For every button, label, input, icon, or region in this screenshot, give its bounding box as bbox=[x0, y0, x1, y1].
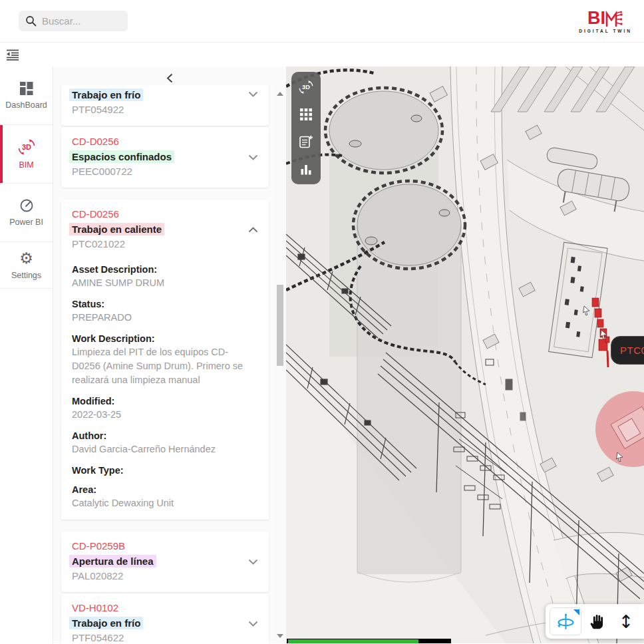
detail-value: PREPARADO bbox=[72, 311, 254, 325]
detail-value: AMINE SUMP DRUM bbox=[72, 276, 254, 290]
subbar bbox=[0, 43, 644, 67]
permit-type: Trabajo en caliente bbox=[69, 223, 164, 236]
brand-logo: BI DIGITAL T bbox=[579, 9, 632, 33]
logo-m-circuit-icon bbox=[605, 11, 623, 27]
search-input[interactable] bbox=[42, 15, 121, 27]
panel-collapse-icon[interactable] bbox=[162, 72, 177, 86]
permit-number: PTC021022 bbox=[72, 238, 258, 251]
detail-value: Limpieza del PIT de los equipos CD-D0256… bbox=[72, 345, 254, 387]
dashboard-grid-icon bbox=[19, 81, 34, 96]
indent-collapse-icon[interactable] bbox=[5, 48, 20, 61]
detail-value: David Garcia-Carreño Hernández bbox=[72, 442, 254, 456]
timeline-progress-bar[interactable] bbox=[287, 639, 451, 643]
sidebar-item-settings[interactable]: ⚙ Settings bbox=[0, 242, 53, 289]
detail-label: Asset Description: bbox=[72, 264, 254, 275]
orbit-tool-button[interactable] bbox=[550, 607, 581, 635]
asset-code: CD-D0256 bbox=[72, 208, 258, 221]
tooltip-permit-number: PTC021022 bbox=[620, 345, 644, 356]
logo-subtitle: DIGITAL TWIN bbox=[579, 29, 632, 33]
permit-type: Apertura de línea bbox=[69, 555, 156, 567]
viewer-toolbar: 3D bbox=[291, 72, 321, 184]
chevron-down-icon[interactable] bbox=[248, 557, 258, 567]
svg-text:3D: 3D bbox=[302, 84, 310, 90]
detail-value: Catalytic Dewaxing Unit bbox=[72, 496, 254, 510]
detail-label: Modified: bbox=[72, 396, 254, 406]
scrollbar-thumb[interactable] bbox=[277, 285, 283, 366]
bar-chart-icon[interactable] bbox=[299, 162, 313, 176]
detail-label: Status: bbox=[72, 299, 254, 309]
permit-type: Trabajo en frío bbox=[69, 617, 143, 629]
permit-type: Espacios confinados bbox=[69, 150, 174, 163]
permit-number: PTF054922 bbox=[72, 104, 258, 116]
permit-card[interactable]: CD-D0256 Espacios confinados PEEC000722 bbox=[61, 127, 269, 188]
chevron-down-icon[interactable] bbox=[248, 152, 258, 162]
chevron-up-icon[interactable] bbox=[248, 225, 258, 235]
sidebar-item-label: DashBoard bbox=[5, 100, 47, 110]
svg-text:3D: 3D bbox=[21, 143, 31, 151]
viewer-controls: ↕ bbox=[546, 604, 644, 639]
chevron-down-icon[interactable] bbox=[248, 89, 258, 99]
permit-number: PEEC000722 bbox=[72, 166, 258, 178]
detail-label: Area: bbox=[72, 484, 254, 495]
permit-card[interactable]: Trabajo en frío PTF054922 bbox=[61, 85, 269, 126]
sidebar-item-powerbi[interactable]: Power BI bbox=[0, 184, 53, 242]
permit-type: Trabajo en frío bbox=[69, 88, 143, 101]
permit-number: PAL020822 bbox=[72, 570, 258, 583]
permit-tooltip[interactable]: PTC021022 bbox=[611, 336, 644, 365]
search-icon bbox=[25, 15, 37, 27]
detail-value: 2022-03-25 bbox=[72, 408, 254, 422]
detail-label: Work Type: bbox=[72, 465, 254, 476]
permits-panel: Trabajo en frío PTF054922 CD-D0256 Espac… bbox=[53, 67, 286, 643]
sidebar-item-dashboard[interactable]: DashBoard bbox=[0, 67, 53, 125]
gear-icon: ⚙ bbox=[19, 251, 33, 266]
3d-rotation-icon[interactable]: 3D bbox=[298, 80, 314, 94]
cards-list: Trabajo en frío PTF054922 CD-D0256 Espac… bbox=[53, 85, 274, 643]
topbar: BI DIGITAL T bbox=[0, 0, 644, 43]
detail-label: Author: bbox=[72, 430, 254, 441]
logo-text: BI bbox=[587, 9, 605, 27]
sidebar-nav: DashBoard 3D BIM P bbox=[0, 67, 53, 643]
3d-scene[interactable] bbox=[286, 67, 644, 643]
progress-fill bbox=[288, 639, 418, 643]
chevron-down-icon[interactable] bbox=[248, 619, 258, 629]
sidebar-item-label: BIM bbox=[19, 160, 33, 170]
asset-code: CD-P0259B bbox=[72, 540, 258, 553]
add-note-icon[interactable] bbox=[299, 134, 313, 149]
gauge-icon bbox=[19, 198, 34, 213]
permit-number: PTF054622 bbox=[72, 632, 258, 643]
sidebar-item-label: Settings bbox=[11, 271, 41, 280]
grid-apps-icon[interactable] bbox=[299, 107, 313, 122]
permit-card[interactable]: VD-H0102 Trabajo en frío PTF054622 bbox=[61, 593, 269, 643]
scroll-down-icon[interactable] bbox=[277, 634, 283, 638]
permit-card[interactable]: CD-P0259B Apertura de línea PAL020822 bbox=[61, 532, 269, 592]
3d-rotation-icon: 3D bbox=[17, 138, 36, 156]
scroll-up-icon[interactable] bbox=[277, 92, 283, 96]
sidebar-item-label: Power BI bbox=[9, 218, 43, 227]
panel-scrollbar[interactable] bbox=[274, 85, 286, 643]
permit-card-expanded[interactable]: CD-D0256 Trabajo en caliente PTC021022 A… bbox=[61, 200, 269, 520]
permit-details: Asset Description: AMINE SUMP DRUM Statu… bbox=[72, 264, 258, 510]
zoom-vertical-icon[interactable]: ↕ bbox=[612, 607, 640, 635]
3d-viewer[interactable]: 3D bbox=[286, 67, 644, 643]
app-window: BI DIGITAL T bbox=[0, 0, 644, 644]
asset-code: VD-H0102 bbox=[72, 602, 258, 615]
sidebar-item-bim[interactable]: 3D BIM bbox=[0, 125, 53, 184]
pan-hand-icon[interactable] bbox=[581, 607, 612, 635]
search-box[interactable] bbox=[19, 11, 128, 31]
detail-label: Work Description: bbox=[72, 333, 254, 344]
asset-code: CD-D0256 bbox=[72, 136, 258, 148]
